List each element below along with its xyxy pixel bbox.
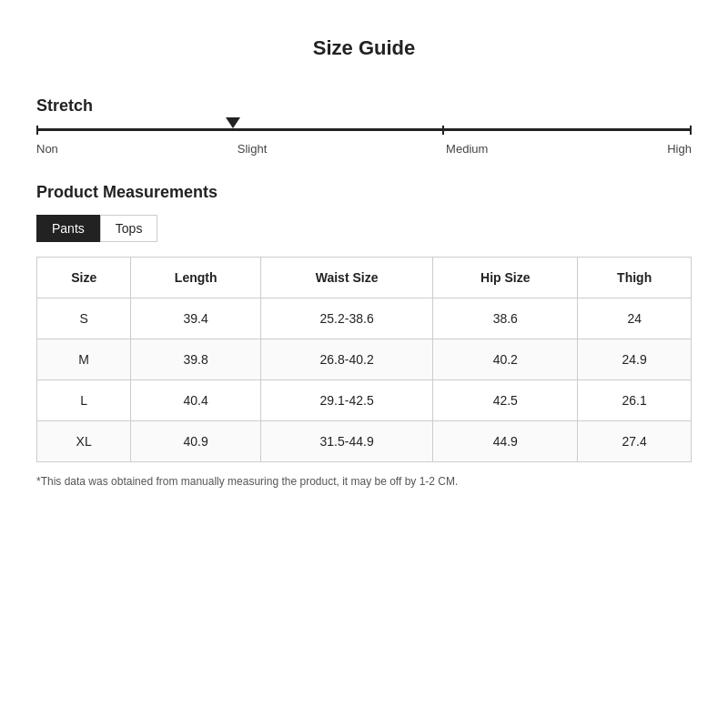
measurements-title: Product Measurements (36, 183, 692, 202)
table-cell-3-0: XL (37, 421, 131, 462)
col-header-size: Size (37, 258, 131, 298)
table-cell-3-1: 40.9 (131, 421, 261, 462)
stretch-label-slight: Slight (238, 142, 268, 156)
stretch-label-medium: Medium (446, 142, 488, 156)
stretch-title: Stretch (36, 96, 692, 116)
stretch-labels: Non Slight Medium High (36, 138, 692, 156)
table-cell-0-0: S (37, 298, 131, 339)
stretch-marker (226, 117, 240, 128)
table-cell-3-2: 31.5-44.9 (261, 421, 433, 462)
disclaimer: *This data was obtained from manually me… (36, 475, 692, 488)
table-cell-2-4: 26.1 (578, 380, 692, 421)
stretch-label-high: High (667, 142, 692, 156)
table-cell-3-3: 44.9 (433, 421, 578, 462)
table-cell-2-3: 42.5 (433, 380, 578, 421)
table-cell-2-2: 29.1-42.5 (261, 380, 433, 421)
stretch-tick-medium (442, 126, 444, 135)
table-cell-0-1: 39.4 (131, 298, 261, 339)
table-row: M39.826.8-40.240.224.9 (37, 339, 692, 380)
table-row: XL40.931.5-44.944.927.4 (37, 421, 692, 462)
page-title: Size Guide (36, 36, 692, 60)
table-cell-1-2: 26.8-40.2 (261, 339, 433, 380)
tabs-row: Pants Tops (36, 215, 692, 242)
table-cell-2-0: L (37, 380, 131, 421)
stretch-label-non: Non (36, 142, 58, 156)
stretch-bar-wrapper (36, 128, 692, 131)
table-row: L40.429.1-42.542.526.1 (37, 380, 692, 421)
table-cell-1-4: 24.9 (578, 339, 692, 380)
size-table: Size Length Waist Size Hip Size Thigh S3… (36, 257, 692, 462)
table-row: S39.425.2-38.638.624 (37, 298, 692, 339)
table-cell-3-4: 27.4 (578, 421, 692, 462)
table-header-row: Size Length Waist Size Hip Size Thigh (37, 258, 692, 298)
stretch-section: Stretch Non Slight Medium High (36, 96, 692, 156)
col-header-length: Length (131, 258, 261, 298)
table-cell-1-0: M (37, 339, 131, 380)
col-header-waist: Waist Size (261, 258, 433, 298)
table-cell-0-3: 38.6 (433, 298, 578, 339)
table-cell-0-2: 25.2-38.6 (261, 298, 433, 339)
tab-tops[interactable]: Tops (100, 215, 158, 242)
stretch-bar (36, 128, 692, 131)
table-cell-1-3: 40.2 (433, 339, 578, 380)
table-cell-0-4: 24 (578, 298, 692, 339)
table-cell-1-1: 39.8 (131, 339, 261, 380)
table-cell-2-1: 40.4 (131, 380, 261, 421)
col-header-hip: Hip Size (433, 258, 578, 298)
measurements-section: Product Measurements Pants Tops Size Len… (36, 183, 692, 488)
col-header-thigh: Thigh (578, 258, 692, 298)
tab-pants[interactable]: Pants (36, 215, 100, 242)
